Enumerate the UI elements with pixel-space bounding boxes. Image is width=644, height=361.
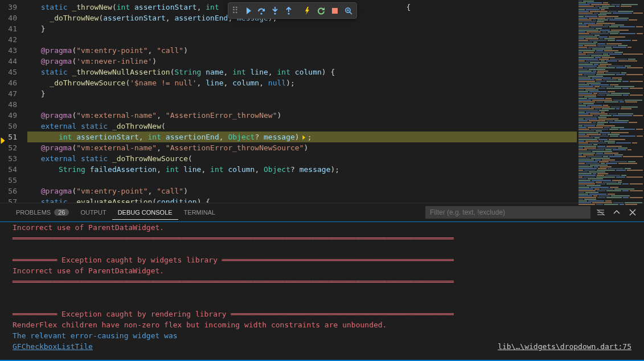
console-file-link[interactable]: lib\…\widgets\dropdown.dart:75 xyxy=(498,341,631,352)
console-line: Incorrect use of ParentDataWidget. xyxy=(13,222,631,233)
svg-rect-3 xyxy=(332,8,338,14)
console-line: The relevant error-causing widget was xyxy=(13,330,631,341)
code-line[interactable]: @pragma("vm:external-name", "AssertionEr… xyxy=(32,142,577,153)
tab-debug-console[interactable]: Debug Console xyxy=(112,206,178,220)
stop-button[interactable] xyxy=(330,6,339,15)
line-number[interactable]: 49 xyxy=(0,110,27,121)
code-line[interactable] xyxy=(32,99,577,110)
toolbar-grip[interactable]: ⠿ xyxy=(232,5,239,16)
step-out-button[interactable] xyxy=(284,6,293,15)
continue-button[interactable] xyxy=(243,6,252,15)
svg-point-2 xyxy=(288,13,290,14)
line-number-gutter[interactable]: 39404142434445464748495051525354555657 xyxy=(0,0,27,203)
devtools-button[interactable] xyxy=(344,6,353,15)
line-number[interactable]: 45 xyxy=(0,67,27,77)
line-number[interactable]: 42 xyxy=(0,34,27,45)
code-line[interactable]: @pragma("vm:entry-point", "call") xyxy=(32,45,577,56)
code-line[interactable]: static _throwNewNullAssertion(String nam… xyxy=(32,67,577,77)
console-line: RenderFlex children have non-zero flex b… xyxy=(13,319,631,330)
code-line[interactable]: } xyxy=(32,88,577,99)
tab-terminal[interactable]: Terminal xyxy=(178,206,221,219)
code-line[interactable]: external static _doThrowNew( xyxy=(32,121,577,132)
debug-toolbar[interactable]: ⠿ xyxy=(228,2,357,19)
line-number[interactable]: 53 xyxy=(0,153,27,164)
console-line: ════════════════════════════════════════… xyxy=(13,276,631,287)
close-panel-icon[interactable] xyxy=(627,207,638,218)
line-number[interactable]: 56 xyxy=(0,186,27,196)
editor[interactable]: 39404142434445464748495051525354555657 s… xyxy=(0,0,577,203)
execution-pointer-icon xyxy=(301,134,307,141)
line-number[interactable]: 41 xyxy=(0,23,27,34)
code-line[interactable]: @pragma("vm:entry-point", "call") xyxy=(32,186,577,196)
tab-output-label: Output xyxy=(80,209,106,216)
debug-console-output[interactable]: Incorrect use of ParentDataWidget.══════… xyxy=(0,221,644,360)
code-line[interactable] xyxy=(32,175,577,186)
tab-problems-label: Problems xyxy=(16,209,51,216)
problems-count-badge: 26 xyxy=(54,209,69,216)
console-line: Incorrect use of ParentDataWidget. xyxy=(13,265,631,276)
minimap[interactable] xyxy=(577,0,644,203)
console-link[interactable]: GFCheckboxListTile xyxy=(13,342,93,351)
code-line[interactable]: @pragma('vm:never-inline') xyxy=(32,56,577,67)
console-line: ══════════ Exception caught by widgets l… xyxy=(13,255,631,265)
code-line[interactable]: external static _doThrowNewSource( xyxy=(32,153,577,164)
line-number[interactable]: 57 xyxy=(0,196,27,203)
line-number[interactable]: 50 xyxy=(0,121,27,132)
clear-console-icon[interactable] xyxy=(595,207,606,218)
code-line[interactable]: static _evaluateAssertion(condition) { xyxy=(32,196,577,203)
line-number[interactable]: 48 xyxy=(0,99,27,110)
expand-panel-icon[interactable] xyxy=(611,207,622,218)
console-line: ════════════════════════════════════════… xyxy=(13,233,631,244)
svg-point-0 xyxy=(261,13,262,14)
console-line xyxy=(13,287,631,298)
restart-button[interactable] xyxy=(317,6,326,15)
line-number[interactable]: 44 xyxy=(0,56,27,67)
console-line: GFCheckboxListTilelib\…\widgets\dropdown… xyxy=(13,341,631,352)
bottom-panel: Problems 26 Output Debug Console Termina… xyxy=(0,203,644,361)
console-line xyxy=(13,244,631,255)
code-line[interactable]: String failedAssertion, int line, int co… xyxy=(32,164,577,175)
tab-terminal-label: Terminal xyxy=(184,209,216,216)
code-area[interactable]: static _throwNew(int assertionStart, int… xyxy=(27,0,577,203)
tab-debug-label: Debug Console xyxy=(118,209,173,216)
line-number[interactable]: 46 xyxy=(0,77,27,88)
tab-problems[interactable]: Problems 26 xyxy=(10,206,75,219)
step-over-button[interactable] xyxy=(257,6,266,15)
code-line[interactable]: _doThrowNewSource('$name != null', line,… xyxy=(32,77,577,88)
line-number[interactable]: 47 xyxy=(0,88,27,99)
line-number[interactable]: 40 xyxy=(0,13,27,23)
step-into-button[interactable] xyxy=(270,6,280,15)
line-number[interactable]: 39 xyxy=(0,2,27,13)
code-line[interactable]: } xyxy=(32,23,577,34)
code-line[interactable]: @pragma("vm:external-name", "AssertionEr… xyxy=(32,110,577,121)
line-number[interactable]: 43 xyxy=(0,45,27,56)
code-line[interactable] xyxy=(32,34,577,45)
console-line xyxy=(13,298,631,309)
tab-output[interactable]: Output xyxy=(75,206,112,219)
hot-reload-button[interactable] xyxy=(303,6,312,15)
code-line[interactable]: int assertionStart, int assertionEnd, Ob… xyxy=(27,132,577,142)
console-filter-input[interactable] xyxy=(425,206,590,219)
line-number[interactable]: 55 xyxy=(0,175,27,186)
panel-tab-bar: Problems 26 Output Debug Console Termina… xyxy=(0,203,644,221)
execution-pointer-gutter xyxy=(1,137,6,145)
console-line: ══════════ Exception caught by rendering… xyxy=(13,309,631,319)
line-number[interactable]: 54 xyxy=(0,164,27,175)
svg-point-1 xyxy=(274,13,276,14)
